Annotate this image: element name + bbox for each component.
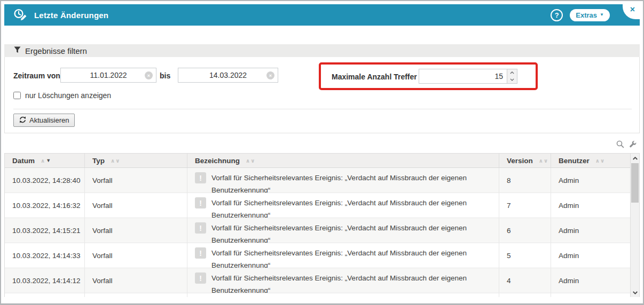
cell-typ: Vorfall [85, 218, 187, 243]
cell-typ: Vorfall [85, 168, 187, 192]
column-header-typ[interactable]: Typ ∧∨ [85, 154, 187, 167]
cell-typ: Vorfall [85, 193, 187, 218]
help-button[interactable]: ? [551, 9, 563, 21]
spinner-up-button[interactable] [507, 69, 517, 76]
cell-datum: 10.03.2022, 14:15:21 [5, 218, 85, 243]
date-from-label: Zeitraum von [13, 71, 60, 80]
column-header-label: Typ [92, 157, 105, 165]
cell-version: 7 [499, 193, 551, 218]
column-header-datum[interactable]: Datum ∧▼ [5, 154, 85, 167]
cell-version [499, 293, 551, 297]
recent-changes-icon [13, 8, 28, 22]
deletions-only-checkbox[interactable] [13, 92, 21, 99]
incident-warning-icon: ! [195, 197, 206, 208]
cell-datum: 10.03.2022, 14:28:40 [5, 168, 85, 192]
column-header-label: Bezeichnung [195, 157, 240, 165]
column-header-version[interactable]: Version ∧∨ [499, 154, 551, 167]
refresh-button[interactable]: Aktualisieren [13, 114, 75, 127]
max-hits-label: Maximale Anzahl Treffer [332, 73, 417, 81]
cell-typ [85, 293, 187, 297]
column-header-bez[interactable]: Bezeichnung ∧∨ [187, 154, 499, 167]
date-to-label: bis [160, 71, 170, 80]
filter-section-header: Ergebnisse filtern [4, 44, 640, 57]
cell-benutzer: Admin [551, 243, 630, 268]
filter-panel: Zeitraum von × bis × Maximale Anzahl Tre… [4, 57, 640, 133]
bezeichnung-text: Vorfall für Sicherheitsrelevantes Ereign… [211, 172, 488, 192]
refresh-icon [19, 116, 26, 125]
bezeichnung-text: Vorfall für Sicherheitsrelevantes Ereign… [211, 247, 488, 268]
clear-date-from-icon[interactable]: × [145, 71, 153, 79]
cell-typ: Vorfall [85, 243, 187, 268]
table-row[interactable]: 10.03.2022, 14:16:32 Vorfall ! Vorfall f… [5, 193, 630, 218]
table-row[interactable]: 10.03.2022, 14:14:12 Vorfall ! Vorfall f… [5, 268, 630, 293]
max-hits-callout-highlight: Maximale Anzahl Treffer [319, 62, 538, 90]
extras-button-label: Extras [576, 11, 597, 19]
spinner-down-button[interactable] [507, 76, 517, 83]
table-row[interactable]: 10.03.2022, 14:14:33 Vorfall ! Vorfall f… [5, 243, 630, 268]
cell-typ: Vorfall [85, 268, 187, 293]
refresh-button-label: Aktualisieren [29, 116, 69, 124]
title-bar: Letzte Änderungen ? Extras ▼ [4, 4, 640, 26]
bezeichnung-text: Vorfall für Sicherheitsrelevantes Ereign… [211, 197, 488, 218]
cell-bezeichnung: ! Vorfall für Sicherheitsrelevantes Erei… [187, 243, 499, 268]
bezeichnung-text: Vorfall für Sicherheitsrelevantes Ereign… [211, 272, 488, 293]
incident-warning-icon: ! [195, 272, 206, 284]
cell-bezeichnung: ! Vorfall für Sicherheitsrelevantes Erei… [187, 193, 499, 218]
search-icon[interactable] [616, 140, 624, 148]
close-icon: × [630, 5, 635, 14]
date-to-input[interactable] [178, 68, 278, 83]
column-header-label: Benutzer [559, 157, 590, 165]
cell-bezeichnung: ! [187, 293, 499, 297]
max-hits-input[interactable] [419, 69, 517, 84]
cell-datum: 10.03.2022, 14:16:32 [5, 193, 85, 218]
chevron-down-icon: ▼ [600, 13, 604, 17]
table-header-row: Datum ∧▼ Typ ∧∨ Bezeichnung ∧∨ Version ∧… [5, 154, 630, 168]
results-table: Datum ∧▼ Typ ∧∨ Bezeichnung ∧∨ Version ∧… [4, 153, 640, 297]
incident-warning-icon: ! [195, 247, 206, 259]
cell-datum [5, 293, 85, 297]
sort-icons: ∧∨ [538, 158, 548, 164]
cell-version: 4 [499, 268, 551, 293]
incident-warning-icon: ! [195, 172, 206, 183]
max-hits-spinner [507, 69, 517, 83]
sort-icons: ∧∨ [245, 158, 255, 164]
scrollbar-thumb[interactable] [631, 163, 639, 203]
sort-icons: ∧▼ [40, 158, 51, 164]
cell-bezeichnung: ! Vorfall für Sicherheitsrelevantes Erei… [187, 218, 499, 243]
table-row[interactable]: ! [5, 293, 630, 297]
table-row[interactable]: 10.03.2022, 14:15:21 Vorfall ! Vorfall f… [5, 218, 630, 243]
clear-date-to-icon[interactable]: × [266, 71, 274, 79]
cell-version: 6 [499, 218, 551, 243]
column-header-benutzer[interactable]: Benutzer ∧∨ [551, 154, 630, 167]
wrench-icon[interactable] [629, 141, 637, 148]
filter-section-title: Ergebnisse filtern [25, 46, 87, 55]
filter-divider [13, 109, 632, 109]
column-header-label: Version [507, 157, 533, 165]
table-row[interactable]: 10.03.2022, 14:28:40 Vorfall ! Vorfall f… [5, 168, 630, 193]
extras-button[interactable]: Extras ▼ [570, 9, 610, 21]
filter-funnel-icon [14, 46, 21, 55]
bezeichnung-text: Vorfall für Sicherheitsrelevantes Ereign… [211, 222, 488, 243]
cell-benutzer [551, 293, 630, 297]
date-from-input[interactable] [60, 68, 156, 83]
incident-warning-icon: ! [195, 222, 206, 234]
dialog-window: Letzte Änderungen ? Extras ▼ × Ergebniss… [0, 0, 644, 305]
cell-benutzer: Admin [551, 168, 630, 192]
cell-benutzer: Admin [551, 193, 630, 218]
cell-datum: 10.03.2022, 14:14:12 [5, 268, 85, 293]
cell-bezeichnung: ! Vorfall für Sicherheitsrelevantes Erei… [187, 268, 499, 293]
column-header-label: Datum [12, 157, 35, 165]
vertical-scrollbar[interactable] [630, 154, 639, 297]
page-title: Letzte Änderungen [34, 11, 108, 20]
cell-version: 8 [499, 168, 551, 192]
cell-version: 5 [499, 243, 551, 268]
table-body: 10.03.2022, 14:28:40 Vorfall ! Vorfall f… [5, 168, 630, 297]
cell-benutzer: Admin [551, 268, 630, 293]
scroll-up-icon[interactable] [631, 154, 639, 162]
table-toolbar [616, 140, 637, 148]
scroll-down-icon[interactable] [631, 288, 639, 296]
deletions-only-label: nur Löschungen anzeigen [25, 91, 111, 100]
sort-icons: ∧∨ [110, 158, 120, 164]
cell-benutzer: Admin [551, 218, 630, 243]
cell-bezeichnung: ! Vorfall für Sicherheitsrelevantes Erei… [187, 168, 499, 192]
